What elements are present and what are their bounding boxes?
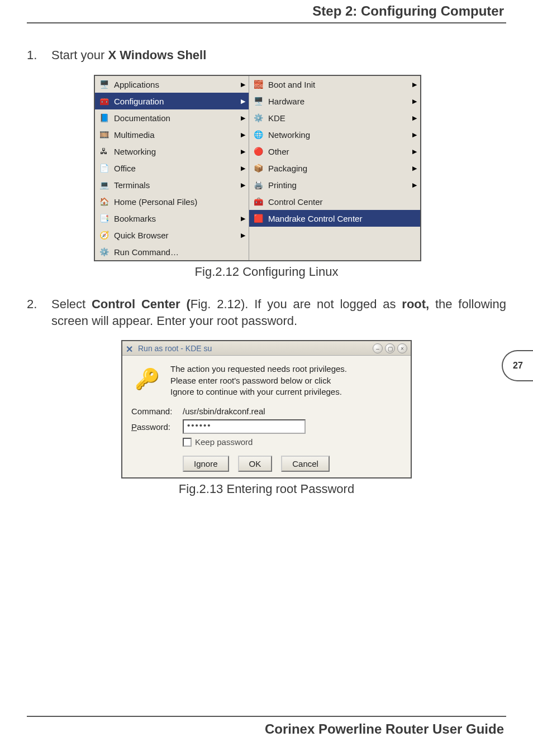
primary-menu-item-9[interactable]: 🧭Quick Browser▶ [95,227,249,243]
keep-password-checkbox[interactable] [183,438,192,447]
step-1: 1. Start your X Windows Shell [27,48,506,63]
step-1-text: Start your X Windows Shell [51,48,506,63]
submenu-arrow-icon: ▶ [241,232,245,239]
config-submenu-item-0[interactable]: 🧱Boot and Init▶ [249,76,420,93]
primary-menu-item-5[interactable]: 📄Office▶ [95,160,249,176]
primary-menu-item-10[interactable]: ⚙️Run Command… [95,243,249,260]
submenu-arrow-icon: ▶ [241,114,245,122]
minimize-icon[interactable]: – [373,343,383,353]
config-submenu-item-4-icon: 🔴 [251,145,265,157]
figure-2-12: 🖥️Applications▶🧰Configuration▶📘Documenta… [94,75,421,261]
config-submenu-item-7-label: Control Center [268,197,323,207]
config-submenu-item-3-label: Networking [268,130,310,140]
primary-menu-item-6[interactable]: 💻Terminals▶ [95,176,249,193]
config-submenu-item-7-icon: 🧰 [251,195,265,208]
step-2-t3: Fig. 2.12). If you are not logged as [191,297,402,311]
footer-title: Corinex Powerline Router User Guide [265,721,504,737]
dialog-msg-line1: The action you requested needs root priv… [170,363,347,375]
primary-menu-item-2-label: Documentation [114,113,170,123]
step-2: 2. Select Control Center (Fig. 2.12). If… [27,296,506,329]
submenu-arrow-icon: ▶ [412,81,417,88]
ignore-button[interactable]: Ignore [183,456,229,472]
config-submenu-item-3-icon: 🌐 [251,128,265,141]
config-submenu-item-8[interactable]: 🟥Mandrake Control Center [249,210,420,227]
config-submenu-item-1[interactable]: 🖥️Hardware▶ [249,93,420,109]
dialog-title: Run as root - KDE su [138,344,212,353]
submenu-arrow-icon: ▶ [412,131,417,138]
submenu-arrow-icon: ▶ [412,148,417,155]
config-submenu-item-4[interactable]: 🔴Other▶ [249,143,420,160]
submenu-arrow-icon: ▶ [412,114,417,122]
primary-menu-item-0-label: Applications [114,80,159,89]
dialog-msg-line2: Please enter root's password below or cl… [170,375,347,386]
primary-menu-item-4-icon: 🖧 [97,145,111,157]
primary-menu-item-5-icon: 📄 [97,162,111,174]
key-icon: 🔑 [131,363,163,395]
submenu-arrow-icon: ▶ [412,181,417,189]
page-header: Step 2: Configuring Computer [312,3,504,19]
header-rule [27,22,506,23]
step-2-t2: Control Center ( [92,297,191,311]
kde-menu-secondary: 🧱Boot and Init▶🖥️Hardware▶⚙️KDE▶🌐Network… [249,76,420,260]
primary-menu-item-10-icon: ⚙️ [97,246,111,258]
primary-menu-item-2[interactable]: 📘Documentation▶ [95,109,249,126]
page-number-badge: 27 [502,350,533,381]
ok-button[interactable]: OK [238,456,273,472]
submenu-arrow-icon: ▶ [241,215,245,222]
submenu-arrow-icon: ▶ [241,181,245,189]
cancel-button[interactable]: Cancel [281,456,330,472]
config-submenu-item-5-label: Packaging [268,164,307,173]
config-submenu-item-4-label: Other [268,147,289,156]
submenu-arrow-icon: ▶ [412,165,417,172]
config-submenu-item-6-icon: 🖨️ [251,179,265,191]
config-submenu-item-7[interactable]: 🧰Control Center [249,193,420,210]
step-1-prefix: Start your [51,48,108,62]
step-2-t4: root, [402,297,429,311]
config-submenu-item-3[interactable]: 🌐Networking▶ [249,126,420,143]
primary-menu-item-4[interactable]: 🖧Networking▶ [95,143,249,160]
submenu-arrow-icon: ▶ [412,98,417,105]
primary-menu-item-8-label: Bookmarks [114,214,156,223]
config-submenu-item-6[interactable]: 🖨️Printing▶ [249,176,420,193]
primary-menu-item-10-label: Run Command… [114,247,179,257]
config-submenu-item-5-icon: 📦 [251,162,265,174]
config-submenu-item-5[interactable]: 📦Packaging▶ [249,160,420,176]
primary-menu-item-6-icon: 💻 [97,179,111,191]
config-submenu-item-8-label: Mandrake Control Center [268,214,362,223]
config-submenu-item-6-label: Printing [268,180,297,190]
primary-menu-item-6-label: Terminals [114,180,150,190]
dialog-message: The action you requested needs root priv… [170,363,347,398]
step-2-number: 2. [27,296,51,329]
primary-menu-item-8-icon: 📑 [97,212,111,224]
primary-menu-item-3-icon: 🎞️ [97,128,111,141]
config-submenu-item-0-icon: 🧱 [251,78,265,90]
primary-menu-item-1-icon: 🧰 [97,95,111,107]
primary-menu-item-1[interactable]: 🧰Configuration▶ [95,93,249,109]
password-input[interactable]: •••••• [183,419,306,434]
footer-rule [27,716,506,717]
kde-app-icon: ✕ [126,344,135,353]
figure-2-13-caption: Fig.2.13 Entering root Password [27,482,506,496]
close-icon[interactable]: × [397,343,407,353]
dialog-body: 🔑 The action you requested needs root pr… [122,356,411,477]
primary-menu-item-9-icon: 🧭 [97,229,111,241]
config-submenu-item-2[interactable]: ⚙️KDE▶ [249,109,420,126]
step-1-bold: X Windows Shell [108,48,206,62]
primary-menu-item-0-icon: 🖥️ [97,78,111,90]
config-submenu-item-1-icon: 🖥️ [251,95,265,107]
primary-menu-item-8[interactable]: 📑Bookmarks▶ [95,210,249,227]
page-content: 1. Start your X Windows Shell 🖥️Applicat… [27,48,506,496]
maximize-icon[interactable]: ▢ [385,343,395,353]
dialog-msg-line3: Ignore to continue with your current pri… [170,386,347,398]
config-submenu-item-1-label: Hardware [268,97,304,106]
config-submenu-item-2-label: KDE [268,113,285,123]
dialog-titlebar: ✕ Run as root - KDE su – ▢ × [122,341,411,356]
submenu-arrow-icon: ▶ [241,131,245,138]
primary-menu-item-3[interactable]: 🎞️Multimedia▶ [95,126,249,143]
primary-menu-item-7[interactable]: 🏠Home (Personal Files) [95,193,249,210]
primary-menu-item-0[interactable]: 🖥️Applications▶ [95,76,249,93]
config-submenu-item-2-icon: ⚙️ [251,112,265,124]
figure-2-12-caption: Fig.2.12 Configuring Linux [27,265,506,279]
submenu-arrow-icon: ▶ [241,81,245,88]
step-2-t1: Select [51,297,92,311]
